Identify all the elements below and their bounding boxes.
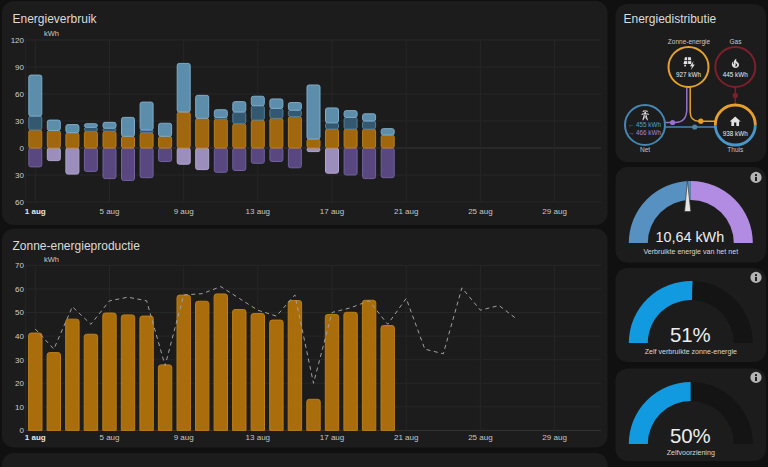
svg-text:5 aug: 5 aug [99, 207, 119, 216]
svg-text:120: 120 [11, 36, 25, 45]
svg-text:30: 30 [15, 117, 24, 126]
svg-text:→ 466 kWh: → 466 kWh [628, 129, 661, 136]
svg-text:9 aug: 9 aug [174, 207, 194, 216]
svg-text:938 kWh: 938 kWh [723, 130, 748, 137]
svg-text:17 aug: 17 aug [320, 207, 344, 216]
svg-text:kWh: kWh [44, 29, 59, 38]
svg-text:50: 50 [15, 308, 24, 317]
svg-text:60: 60 [15, 198, 24, 207]
svg-text:kWh: kWh [44, 255, 59, 264]
svg-text:29 aug: 29 aug [542, 433, 566, 442]
svg-text:21 aug: 21 aug [394, 207, 418, 216]
svg-text:0: 0 [20, 426, 25, 435]
svg-text:Zelfvoorziening: Zelfvoorziening [667, 449, 715, 457]
svg-text:Zelf verbruikte zonne-energie: Zelf verbruikte zonne-energie [645, 348, 737, 356]
svg-text:9 aug: 9 aug [174, 433, 194, 442]
svg-text:445 kWh: 445 kWh [723, 71, 748, 78]
svg-text:25 aug: 25 aug [468, 433, 492, 442]
svg-text:Thuis: Thuis [727, 146, 744, 153]
svg-text:13 aug: 13 aug [246, 207, 270, 216]
svg-text:Zonne-energie: Zonne-energie [668, 38, 711, 46]
svg-text:20: 20 [15, 379, 24, 388]
svg-text:1 aug: 1 aug [25, 207, 46, 216]
svg-text:21 aug: 21 aug [394, 433, 418, 442]
svg-text:13 aug: 13 aug [246, 433, 270, 442]
svg-text:60: 60 [15, 90, 24, 99]
svg-text:Energieverbruik: Energieverbruik [13, 12, 98, 26]
svg-text:51%: 51% [670, 324, 711, 346]
svg-text:40: 40 [15, 332, 24, 341]
svg-text:Verbruikte energie van het net: Verbruikte energie van het net [643, 248, 738, 256]
svg-text:0: 0 [20, 144, 25, 153]
svg-text:29 aug: 29 aug [542, 207, 566, 216]
svg-text:Zonne-energieproductie: Zonne-energieproductie [13, 239, 141, 253]
svg-text:30: 30 [15, 356, 24, 365]
svg-text:70: 70 [15, 261, 24, 270]
svg-text:5 aug: 5 aug [99, 433, 119, 442]
svg-text:← 455 kWh: ← 455 kWh [628, 121, 661, 128]
svg-text:90: 90 [15, 63, 24, 72]
svg-text:10,64 kWh: 10,64 kWh [655, 229, 724, 245]
svg-text:Net: Net [640, 146, 650, 153]
svg-text:17 aug: 17 aug [320, 433, 344, 442]
svg-text:50%: 50% [670, 425, 711, 447]
svg-text:Energiedistributie: Energiedistributie [624, 12, 717, 26]
svg-text:60: 60 [15, 285, 24, 294]
svg-text:25 aug: 25 aug [468, 207, 492, 216]
svg-text:1 aug: 1 aug [25, 433, 46, 442]
svg-text:Gas: Gas [730, 38, 743, 45]
svg-text:10: 10 [15, 403, 24, 412]
svg-text:927 kWh: 927 kWh [676, 71, 701, 78]
svg-text:30: 30 [15, 171, 24, 180]
